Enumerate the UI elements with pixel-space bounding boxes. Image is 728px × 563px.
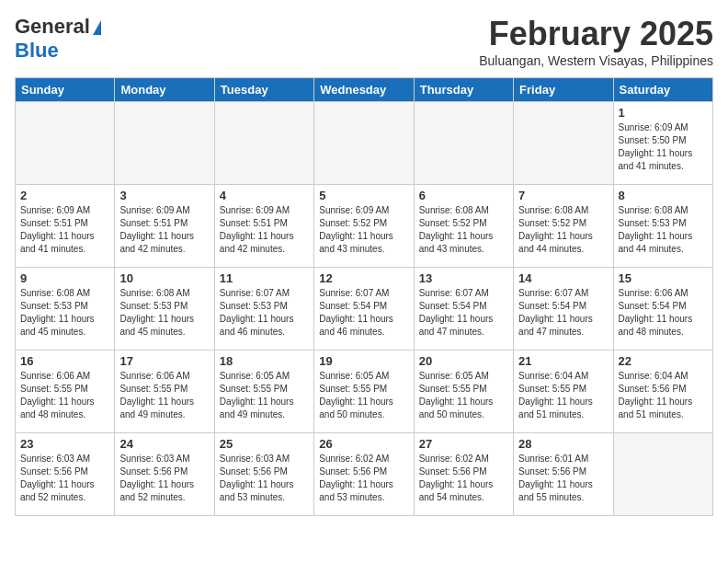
calendar-cell bbox=[414, 102, 513, 185]
day-number: 1 bbox=[619, 106, 708, 120]
day-number: 8 bbox=[619, 189, 708, 202]
calendar-cell bbox=[214, 102, 313, 185]
day-number: 10 bbox=[119, 271, 209, 285]
calendar-cell: 26Sunrise: 6:02 AM Sunset: 5:56 PM Dayli… bbox=[314, 433, 414, 516]
calendar-cell: 9Sunrise: 6:08 AM Sunset: 5:53 PM Daylig… bbox=[16, 268, 115, 350]
day-number: 16 bbox=[20, 354, 109, 368]
day-info: Sunrise: 6:06 AM Sunset: 5:54 PM Dayligh… bbox=[619, 287, 708, 339]
day-info: Sunrise: 6:08 AM Sunset: 5:53 PM Dayligh… bbox=[119, 287, 209, 339]
day-info: Sunrise: 6:09 AM Sunset: 5:51 PM Dayligh… bbox=[220, 204, 309, 256]
day-number: 26 bbox=[319, 437, 408, 451]
day-info: Sunrise: 6:08 AM Sunset: 5:52 PM Dayligh… bbox=[419, 204, 508, 256]
calendar-cell: 5Sunrise: 6:09 AM Sunset: 5:52 PM Daylig… bbox=[314, 185, 414, 268]
calendar-cell: 17Sunrise: 6:06 AM Sunset: 5:55 PM Dayli… bbox=[115, 350, 214, 433]
calendar-week-5: 23Sunrise: 6:03 AM Sunset: 5:56 PM Dayli… bbox=[16, 433, 713, 516]
calendar-cell: 18Sunrise: 6:05 AM Sunset: 5:55 PM Dayli… bbox=[214, 350, 313, 433]
calendar-cell: 12Sunrise: 6:07 AM Sunset: 5:54 PM Dayli… bbox=[314, 268, 414, 350]
calendar-week-4: 16Sunrise: 6:06 AM Sunset: 5:55 PM Dayli… bbox=[16, 350, 713, 433]
day-info: Sunrise: 6:01 AM Sunset: 5:56 PM Dayligh… bbox=[518, 453, 608, 504]
calendar-cell: 21Sunrise: 6:04 AM Sunset: 5:55 PM Dayli… bbox=[514, 350, 613, 433]
day-number: 21 bbox=[518, 354, 608, 368]
calendar-cell: 7Sunrise: 6:08 AM Sunset: 5:52 PM Daylig… bbox=[514, 185, 613, 268]
day-info: Sunrise: 6:07 AM Sunset: 5:54 PM Dayligh… bbox=[518, 287, 608, 339]
day-info: Sunrise: 6:04 AM Sunset: 5:55 PM Dayligh… bbox=[518, 370, 608, 421]
calendar-cell: 4Sunrise: 6:09 AM Sunset: 5:51 PM Daylig… bbox=[214, 185, 313, 268]
calendar-header-friday: Friday bbox=[514, 78, 613, 102]
calendar-cell: 20Sunrise: 6:05 AM Sunset: 5:55 PM Dayli… bbox=[414, 350, 513, 433]
day-info: Sunrise: 6:05 AM Sunset: 5:55 PM Dayligh… bbox=[319, 370, 408, 421]
day-number: 13 bbox=[419, 271, 508, 285]
day-number: 22 bbox=[619, 354, 708, 368]
day-info: Sunrise: 6:07 AM Sunset: 5:54 PM Dayligh… bbox=[419, 287, 508, 339]
calendar-cell: 22Sunrise: 6:04 AM Sunset: 5:56 PM Dayli… bbox=[613, 350, 712, 433]
calendar-header-saturday: Saturday bbox=[613, 78, 712, 102]
day-info: Sunrise: 6:08 AM Sunset: 5:53 PM Dayligh… bbox=[619, 204, 708, 256]
day-number: 18 bbox=[220, 354, 309, 368]
calendar-cell: 23Sunrise: 6:03 AM Sunset: 5:56 PM Dayli… bbox=[16, 433, 115, 516]
calendar-week-2: 2Sunrise: 6:09 AM Sunset: 5:51 PM Daylig… bbox=[16, 185, 713, 268]
day-info: Sunrise: 6:07 AM Sunset: 5:54 PM Dayligh… bbox=[319, 287, 408, 339]
location-subtitle: Buluangan, Western Visayas, Philippines bbox=[479, 53, 713, 68]
day-info: Sunrise: 6:09 AM Sunset: 5:51 PM Dayligh… bbox=[20, 204, 109, 256]
day-info: Sunrise: 6:05 AM Sunset: 5:55 PM Dayligh… bbox=[220, 370, 309, 421]
calendar-cell: 16Sunrise: 6:06 AM Sunset: 5:55 PM Dayli… bbox=[16, 350, 115, 433]
day-number: 24 bbox=[119, 437, 209, 451]
calendar-cell: 8Sunrise: 6:08 AM Sunset: 5:53 PM Daylig… bbox=[613, 185, 712, 268]
calendar-cell: 27Sunrise: 6:02 AM Sunset: 5:56 PM Dayli… bbox=[414, 433, 513, 516]
calendar-header-monday: Monday bbox=[115, 78, 214, 102]
day-info: Sunrise: 6:09 AM Sunset: 5:51 PM Dayligh… bbox=[119, 204, 209, 256]
day-info: Sunrise: 6:05 AM Sunset: 5:55 PM Dayligh… bbox=[419, 370, 508, 421]
calendar-cell: 14Sunrise: 6:07 AM Sunset: 5:54 PM Dayli… bbox=[514, 268, 613, 350]
day-info: Sunrise: 6:03 AM Sunset: 5:56 PM Dayligh… bbox=[20, 453, 109, 504]
calendar-cell: 11Sunrise: 6:07 AM Sunset: 5:53 PM Dayli… bbox=[214, 268, 313, 350]
day-info: Sunrise: 6:03 AM Sunset: 5:56 PM Dayligh… bbox=[220, 453, 309, 504]
day-number: 11 bbox=[220, 271, 309, 285]
page-header: General Blue February 2025 Buluangan, We… bbox=[15, 15, 713, 68]
month-year-title: February 2025 bbox=[479, 15, 713, 53]
logo-triangle-icon bbox=[93, 20, 101, 35]
day-info: Sunrise: 6:09 AM Sunset: 5:52 PM Dayligh… bbox=[319, 204, 408, 256]
calendar-cell: 10Sunrise: 6:08 AM Sunset: 5:53 PM Dayli… bbox=[115, 268, 214, 350]
day-number: 19 bbox=[319, 354, 408, 368]
calendar-cell: 15Sunrise: 6:06 AM Sunset: 5:54 PM Dayli… bbox=[613, 268, 712, 350]
day-info: Sunrise: 6:02 AM Sunset: 5:56 PM Dayligh… bbox=[319, 453, 408, 504]
calendar-cell: 19Sunrise: 6:05 AM Sunset: 5:55 PM Dayli… bbox=[314, 350, 414, 433]
day-number: 23 bbox=[20, 437, 109, 451]
day-info: Sunrise: 6:06 AM Sunset: 5:55 PM Dayligh… bbox=[20, 370, 109, 421]
calendar-cell bbox=[16, 102, 115, 185]
calendar-cell: 25Sunrise: 6:03 AM Sunset: 5:56 PM Dayli… bbox=[214, 433, 313, 516]
day-number: 12 bbox=[319, 271, 408, 285]
day-number: 5 bbox=[319, 189, 408, 202]
calendar-cell bbox=[314, 102, 414, 185]
title-block: February 2025 Buluangan, Western Visayas… bbox=[479, 15, 713, 68]
day-number: 2 bbox=[20, 189, 109, 202]
calendar-cell: 13Sunrise: 6:07 AM Sunset: 5:54 PM Dayli… bbox=[414, 268, 513, 350]
logo: General Blue bbox=[15, 15, 101, 63]
calendar-header-thursday: Thursday bbox=[414, 78, 513, 102]
calendar-table: SundayMondayTuesdayWednesdayThursdayFrid… bbox=[15, 77, 713, 516]
day-number: 28 bbox=[518, 437, 608, 451]
calendar-cell: 6Sunrise: 6:08 AM Sunset: 5:52 PM Daylig… bbox=[414, 185, 513, 268]
day-number: 20 bbox=[419, 354, 508, 368]
day-info: Sunrise: 6:09 AM Sunset: 5:50 PM Dayligh… bbox=[619, 121, 708, 173]
day-info: Sunrise: 6:06 AM Sunset: 5:55 PM Dayligh… bbox=[119, 370, 209, 421]
day-info: Sunrise: 6:07 AM Sunset: 5:53 PM Dayligh… bbox=[220, 287, 309, 339]
day-number: 27 bbox=[419, 437, 508, 451]
day-number: 14 bbox=[518, 271, 608, 285]
calendar-cell: 28Sunrise: 6:01 AM Sunset: 5:56 PM Dayli… bbox=[514, 433, 613, 516]
logo-general: General bbox=[15, 15, 90, 39]
calendar-week-1: 1Sunrise: 6:09 AM Sunset: 5:50 PM Daylig… bbox=[16, 102, 713, 185]
logo-blue: Blue bbox=[15, 39, 59, 63]
calendar-cell: 2Sunrise: 6:09 AM Sunset: 5:51 PM Daylig… bbox=[16, 185, 115, 268]
calendar-header-sunday: Sunday bbox=[16, 78, 115, 102]
calendar-cell: 3Sunrise: 6:09 AM Sunset: 5:51 PM Daylig… bbox=[115, 185, 214, 268]
calendar-header-tuesday: Tuesday bbox=[214, 78, 313, 102]
day-number: 4 bbox=[220, 189, 309, 202]
calendar-week-3: 9Sunrise: 6:08 AM Sunset: 5:53 PM Daylig… bbox=[16, 268, 713, 350]
day-number: 6 bbox=[419, 189, 508, 202]
day-number: 7 bbox=[518, 189, 608, 202]
day-info: Sunrise: 6:04 AM Sunset: 5:56 PM Dayligh… bbox=[619, 370, 708, 421]
day-info: Sunrise: 6:08 AM Sunset: 5:52 PM Dayligh… bbox=[518, 204, 608, 256]
day-info: Sunrise: 6:02 AM Sunset: 5:56 PM Dayligh… bbox=[419, 453, 508, 504]
calendar-cell bbox=[514, 102, 613, 185]
